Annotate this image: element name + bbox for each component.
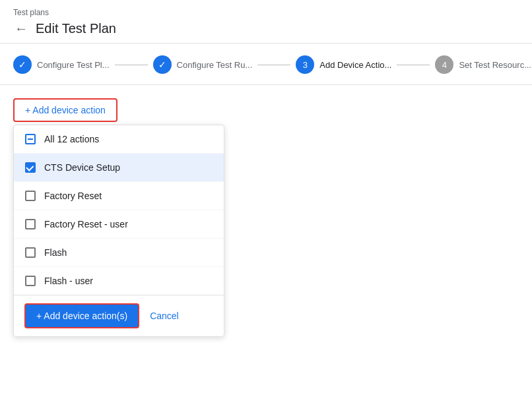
unchecked-checkbox-icon-2 <box>25 219 36 229</box>
dropdown-list: All 12 actions CTS Device Setup Factory … <box>14 125 224 295</box>
step-2-circle: ✓ <box>153 55 172 74</box>
step-3: 3 Add Device Actio... <box>296 55 391 74</box>
step-connector-3 <box>397 65 430 65</box>
step-1-circle: ✓ <box>13 55 32 74</box>
unchecked-checkbox-icon-4 <box>25 276 36 286</box>
breadcrumb: Test plans <box>13 8 519 17</box>
dropdown-item-all[interactable]: All 12 actions <box>14 125 224 154</box>
title-row: ← Edit Test Plan <box>13 20 519 38</box>
item-label-all: All 12 actions <box>44 134 99 144</box>
submit-add-actions-button[interactable]: + Add device action(s) <box>24 303 139 328</box>
checkmark-icon-2: ✓ <box>158 59 166 70</box>
item-label-factory-reset: Factory Reset <box>44 191 102 201</box>
header: Test plans ← Edit Test Plan <box>0 0 532 44</box>
unchecked-checkbox-icon-3 <box>25 247 36 258</box>
item-label-factory-reset-user: Factory Reset - user <box>44 219 128 229</box>
stepper: ✓ Configure Test Pl... ✓ Configure Test … <box>0 44 532 85</box>
back-button[interactable]: ← <box>13 20 29 38</box>
dropdown-item-factory-reset[interactable]: Factory Reset <box>14 182 224 210</box>
item-label-flash: Flash <box>44 247 67 258</box>
step-2: ✓ Configure Test Ru... <box>153 55 253 74</box>
step-connector-2 <box>257 65 290 65</box>
dropdown-item-flash[interactable]: Flash <box>14 239 224 267</box>
item-label-flash-user: Flash - user <box>44 276 93 286</box>
page-container: Test plans ← Edit Test Plan ✓ Configure … <box>0 0 532 393</box>
checkbox-cts <box>24 162 36 173</box>
checkbox-factory-reset-user <box>24 218 36 230</box>
dropdown-item-cts[interactable]: CTS Device Setup <box>14 154 224 182</box>
cancel-button[interactable]: Cancel <box>150 311 179 321</box>
dropdown-item-flash-user[interactable]: Flash - user <box>14 267 224 295</box>
unchecked-checkbox-icon-1 <box>25 191 36 201</box>
checked-checkbox-icon <box>25 162 36 173</box>
checkmark-icon: ✓ <box>18 59 26 70</box>
add-device-action-label: + Add device action <box>25 105 106 115</box>
checkbox-flash <box>24 247 36 258</box>
step-1-label: Configure Test Pl... <box>37 60 110 70</box>
step-2-label: Configure Test Ru... <box>177 60 253 70</box>
main-content: + Add device action All 12 actions CTS D <box>0 85 532 393</box>
step-4-label: Set Test Resourc... <box>459 60 531 70</box>
item-label-cts: CTS Device Setup <box>44 162 120 173</box>
step-1: ✓ Configure Test Pl... <box>13 55 110 74</box>
dropdown-panel: All 12 actions CTS Device Setup Factory … <box>13 125 224 337</box>
step-4: 4 Set Test Resourc... <box>435 55 531 74</box>
dropdown-footer: + Add device action(s) Cancel <box>14 295 224 336</box>
dropdown-item-factory-reset-user[interactable]: Factory Reset - user <box>14 210 224 239</box>
submit-label: + Add device action(s) <box>36 311 127 321</box>
back-arrow-icon: ← <box>15 21 28 36</box>
step-4-number: 4 <box>442 60 447 70</box>
step-4-circle: 4 <box>435 55 453 74</box>
checkbox-all <box>24 133 36 145</box>
step-3-number: 3 <box>303 60 308 70</box>
checkbox-flash-user <box>24 275 36 287</box>
step-3-label: Add Device Actio... <box>319 60 391 70</box>
add-device-action-button[interactable]: + Add device action <box>13 98 117 122</box>
checkbox-factory-reset <box>24 190 36 202</box>
step-3-circle: 3 <box>296 55 314 74</box>
cancel-label: Cancel <box>150 311 179 321</box>
indeterminate-checkbox-icon <box>25 134 36 144</box>
page-title: Edit Test Plan <box>36 21 116 36</box>
step-connector-1 <box>115 65 148 65</box>
